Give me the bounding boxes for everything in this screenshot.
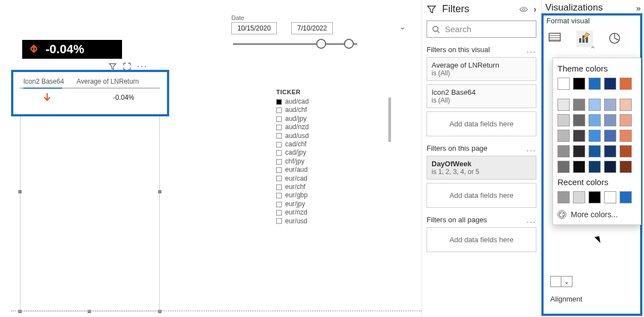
dropdown-chevron-icon[interactable]: ⌄ xyxy=(561,276,572,287)
color-swatch[interactable] xyxy=(620,161,632,173)
checkbox[interactable] xyxy=(276,142,282,147)
filter-card-icon2[interactable]: Icon2 Base64 is (All) xyxy=(427,84,536,108)
filter-card-avg-lnreturn[interactable]: Average of LNReturn is (All) xyxy=(427,57,536,81)
expand-chevron-icon[interactable]: » xyxy=(636,3,641,13)
color-swatch[interactable] xyxy=(557,99,570,111)
color-swatch[interactable] xyxy=(620,130,632,142)
ticker-item[interactable]: chf/jpy xyxy=(276,157,376,166)
color-swatch[interactable] xyxy=(620,99,632,111)
color-swatch[interactable] xyxy=(573,114,585,126)
ticker-item[interactable]: cad/chf xyxy=(276,140,376,149)
add-page-filter[interactable]: Add data fields here xyxy=(427,183,536,208)
color-swatch[interactable] xyxy=(589,130,601,142)
color-swatch[interactable] xyxy=(604,161,616,173)
ticker-item[interactable]: eur/nzd xyxy=(276,208,376,217)
checkbox[interactable] xyxy=(276,125,282,130)
ticker-item[interactable]: aud/usd xyxy=(276,132,376,140)
color-swatch[interactable] xyxy=(573,191,585,203)
color-swatch[interactable] xyxy=(604,145,616,157)
eye-icon[interactable] xyxy=(519,6,528,13)
table-col-1[interactable]: Icon2 Base64 xyxy=(23,78,71,85)
color-swatch[interactable] xyxy=(620,191,632,203)
color-swatch[interactable] xyxy=(589,145,601,157)
color-swatch[interactable] xyxy=(557,78,570,90)
color-swatch[interactable] xyxy=(573,78,585,90)
collapse-chevron-icon[interactable]: › xyxy=(534,4,536,14)
color-swatch[interactable] xyxy=(573,145,585,157)
ticker-item[interactable]: eur/chf xyxy=(276,183,376,191)
filter-card-dayofweek[interactable]: DayOfWeek is 1, 2, 3, 4, or 5 xyxy=(427,156,536,180)
add-all-pages-filter[interactable]: Add data fields here xyxy=(427,227,536,252)
color-swatch[interactable] xyxy=(604,99,616,111)
resize-handle[interactable] xyxy=(158,190,161,193)
section-more-icon[interactable]: ... xyxy=(526,48,536,52)
ticker-item[interactable]: eur/cad xyxy=(276,175,376,183)
ticker-item[interactable]: aud/chf xyxy=(276,106,376,114)
color-swatch[interactable] xyxy=(620,78,632,90)
checkbox[interactable] xyxy=(276,150,282,156)
checkbox[interactable] xyxy=(276,176,282,181)
color-swatch[interactable] xyxy=(589,161,601,173)
ticker-item[interactable]: aud/cad xyxy=(276,98,376,106)
checkbox[interactable] xyxy=(276,99,282,105)
color-swatch[interactable] xyxy=(589,99,601,111)
filter-search-input[interactable]: Search xyxy=(427,21,536,38)
checkbox[interactable] xyxy=(276,202,282,207)
more-colors-button[interactable]: More colors... xyxy=(557,210,636,219)
color-swatch[interactable] xyxy=(557,161,570,173)
color-swatch[interactable] xyxy=(604,114,616,126)
ticker-list[interactable]: aud/cadaud/chfaud/jpyaud/nzdaud/usdcad/c… xyxy=(276,98,376,226)
checkbox[interactable] xyxy=(276,185,282,190)
section-more-icon[interactable]: ... xyxy=(526,218,536,222)
table-row[interactable]: -0.04% xyxy=(20,89,160,105)
slider-thumb-end[interactable] xyxy=(344,39,354,49)
color-swatch[interactable] xyxy=(573,161,585,173)
resize-handle[interactable] xyxy=(18,190,22,193)
color-swatch[interactable] xyxy=(604,78,616,90)
checkbox[interactable] xyxy=(276,116,282,122)
checkbox[interactable] xyxy=(276,133,282,139)
ticker-item[interactable]: eur/jpy xyxy=(276,200,376,208)
ticker-item[interactable]: cad/jpy xyxy=(276,149,376,157)
slider-thumb-start[interactable] xyxy=(316,39,326,49)
color-swatch[interactable] xyxy=(557,130,570,142)
color-swatch[interactable] xyxy=(589,78,601,90)
checkbox[interactable] xyxy=(276,159,282,165)
checkbox[interactable] xyxy=(276,193,282,198)
color-swatch[interactable] xyxy=(573,99,585,111)
checkbox[interactable] xyxy=(276,108,282,113)
filter-card-title: Average of LNReturn xyxy=(432,61,531,69)
checkbox[interactable] xyxy=(276,210,282,216)
color-swatch[interactable] xyxy=(620,114,632,126)
ticker-item[interactable]: eur/gbp xyxy=(276,191,376,200)
slicer-chevron-icon[interactable]: ⌄ xyxy=(399,22,406,31)
ticker-item[interactable]: aud/nzd xyxy=(276,123,376,131)
checkbox[interactable] xyxy=(276,218,282,224)
color-swatch[interactable] xyxy=(589,114,601,126)
ticker-item[interactable]: aud/jpy xyxy=(276,115,376,123)
checkbox[interactable] xyxy=(276,167,282,173)
color-swatch[interactable] xyxy=(557,114,570,126)
ticker-item[interactable]: eur/aud xyxy=(276,166,376,174)
section-more-icon[interactable]: ... xyxy=(526,146,536,151)
color-swatch[interactable] xyxy=(620,145,632,157)
color-swatch[interactable] xyxy=(604,130,616,142)
ticker-scrollbar[interactable] xyxy=(388,98,391,142)
date-slider[interactable] xyxy=(233,38,357,49)
kpi-card[interactable]: -0.04% xyxy=(22,40,122,59)
date-end-input[interactable]: 7/10/2022 xyxy=(291,22,333,34)
color-swatch[interactable] xyxy=(573,130,585,142)
table-col-2[interactable]: Average of LNReturn xyxy=(77,78,156,85)
color-swatch[interactable] xyxy=(604,191,616,203)
color-swatch[interactable] xyxy=(589,191,601,203)
table-visual[interactable]: Icon2 Base64 Average of LNReturn -0.04% xyxy=(20,75,160,105)
color-swatch[interactable] xyxy=(557,145,570,157)
color-swatch[interactable] xyxy=(557,191,570,203)
color-dropdown[interactable]: ⌄ xyxy=(550,276,572,287)
analytics-tab[interactable] xyxy=(606,30,623,47)
ticker-item[interactable]: eur/usd xyxy=(276,217,376,226)
build-visual-tab[interactable] xyxy=(546,30,563,47)
add-visual-filter[interactable]: Add data fields here xyxy=(427,111,536,136)
report-canvas[interactable]: -0.04% ... Icon2 Base64 Average of LNRet… xyxy=(0,0,422,316)
date-start-input[interactable]: 10/15/2020 xyxy=(231,22,277,34)
